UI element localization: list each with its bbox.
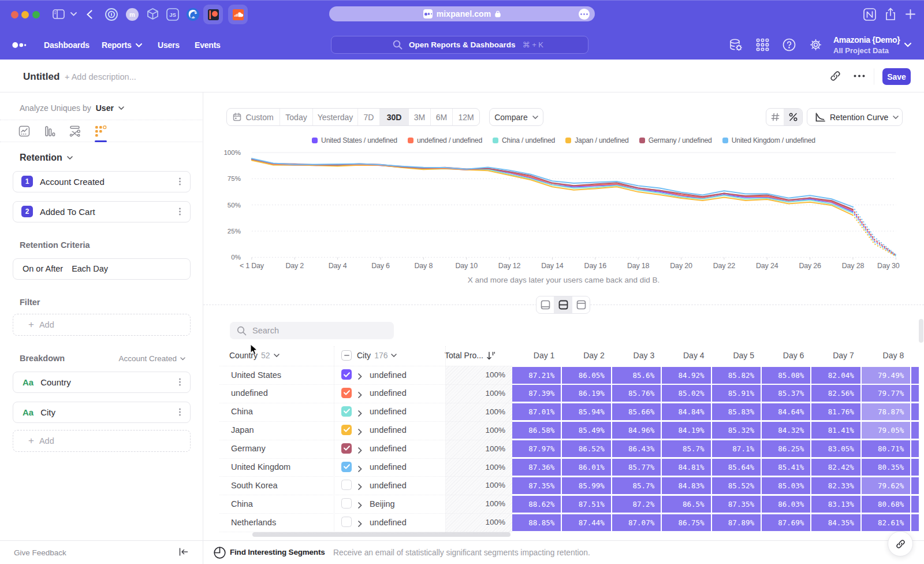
retention-cell[interactable]: 85.41% [762, 459, 810, 476]
day-column-header[interactable]: Day 6 [762, 345, 804, 366]
window-zoom-button[interactable] [32, 11, 40, 18]
data-management-icon[interactable] [729, 38, 743, 52]
retention-cell[interactable]: 87.1% [712, 440, 761, 457]
retention-cell[interactable]: 86.5% [662, 496, 710, 513]
soundcloud-extension-icon[interactable] [228, 5, 248, 24]
expand-row-icon[interactable] [358, 427, 364, 433]
retention-cell[interactable]: 84.83% [662, 477, 710, 494]
date-range-yesterday[interactable]: Yesterday [313, 109, 358, 125]
report-description-placeholder[interactable]: + Add description... [65, 72, 136, 81]
apps-grid-icon[interactable] [756, 38, 770, 52]
retention-cell[interactable]: 79.49% [862, 367, 910, 384]
tab-retention[interactable] [95, 125, 106, 137]
give-feedback-link[interactable]: Give Feedback [14, 548, 66, 557]
retention-cell[interactable]: 87.35% [512, 477, 561, 494]
series-line[interactable] [252, 159, 853, 212]
filter-add-button[interactable]: + Add [13, 314, 191, 336]
retention-cell[interactable]: 82.33% [811, 477, 860, 494]
retention-cell[interactable]: 87.39% [512, 385, 561, 402]
account-switcher[interactable]: Amazonia {Demo} All Project Data [833, 35, 900, 55]
retention-cell[interactable]: 87.51% [562, 496, 610, 513]
retention-criteria-card[interactable]: On or After Each Day [13, 258, 191, 280]
expand-row-icon[interactable] [358, 372, 364, 377]
more-options-icon[interactable] [854, 75, 865, 77]
chevron-down-icon[interactable] [70, 12, 77, 16]
row-visibility-checkbox[interactable] [341, 406, 352, 417]
retention-cell[interactable]: 87.44% [562, 514, 610, 531]
retention-section-title[interactable]: Retention [20, 153, 73, 163]
retention-cell[interactable]: 85.99% [562, 477, 610, 494]
view-split[interactable] [554, 296, 572, 313]
retention-cell[interactable]: 85.49% [562, 422, 610, 439]
row-visibility-checkbox[interactable] [341, 443, 352, 454]
retention-cell[interactable]: 83.05% [811, 440, 860, 457]
nav-dashboards[interactable]: Dashboards [44, 40, 90, 50]
retention-cell[interactable]: 85.7% [662, 440, 710, 457]
row-visibility-checkbox[interactable] [341, 517, 352, 527]
retention-cell[interactable]: 83.13% [811, 496, 860, 513]
date-range-7d[interactable]: 7D [358, 109, 380, 125]
retention-cell[interactable]: 79.77% [862, 385, 910, 402]
retention-cell[interactable]: 81.41% [811, 422, 860, 439]
day-column-header[interactable]: Day 7 [811, 345, 854, 366]
day-column-header[interactable]: Day 1 [512, 345, 554, 366]
kebab-menu-icon[interactable] [179, 407, 181, 417]
retention-cell[interactable]: 87.35% [712, 496, 761, 513]
row-visibility-checkbox[interactable] [341, 369, 352, 380]
expand-row-icon[interactable] [358, 500, 364, 506]
retention-cell[interactable]: 85.37% [762, 385, 810, 402]
retention-cell[interactable]: 85.08% [762, 367, 810, 384]
compare-button[interactable]: Compare [489, 108, 543, 126]
retention-cell[interactable]: 85.02% [662, 385, 710, 402]
retention-cell[interactable]: 82.42% [811, 459, 860, 476]
day-column-header[interactable]: Day 4 [662, 345, 704, 366]
series-line-projected[interactable] [853, 213, 896, 256]
retention-cell[interactable]: 84.19% [662, 422, 710, 439]
sidebar-toggle-icon[interactable] [53, 9, 65, 19]
breakdown-add-button[interactable]: + Add [13, 430, 191, 452]
retention-cell[interactable]: 84.96% [612, 422, 661, 439]
tab-funnels[interactable] [44, 125, 55, 137]
series-line-projected[interactable] [853, 210, 896, 255]
horizontal-scrollbar[interactable] [252, 532, 511, 537]
retention-cell[interactable]: 84.32% [762, 422, 810, 439]
retention-cell[interactable]: 87.89% [712, 514, 761, 531]
retention-cell[interactable]: 84.35% [811, 514, 860, 531]
retention-cell[interactable]: 86.58% [512, 422, 561, 439]
mixpanel-logo[interactable] [12, 41, 29, 49]
day-column-header[interactable]: Day 8 [862, 345, 904, 366]
report-title[interactable]: Untitled [23, 71, 59, 83]
save-button[interactable]: Save [882, 68, 911, 85]
absolute-numbers-toggle[interactable] [766, 109, 784, 125]
percent-toggle[interactable] [784, 109, 802, 125]
date-range-custom[interactable]: Custom [227, 109, 280, 125]
retention-cell[interactable]: 82.04% [811, 367, 860, 384]
expand-row-icon[interactable] [358, 390, 364, 396]
find-segments-label[interactable]: Find Interesting Segments [230, 548, 325, 556]
patreon-extension-icon[interactable] [203, 5, 223, 24]
kebab-menu-icon[interactable] [179, 377, 181, 387]
retention-cell[interactable]: 87.2% [612, 496, 661, 513]
retention-cell[interactable]: 78.87% [862, 403, 910, 420]
date-range-3m[interactable]: 3M [409, 109, 431, 125]
retention-cell[interactable]: 86.52% [562, 440, 610, 457]
box-extension-icon[interactable] [146, 8, 159, 21]
tab-flows[interactable] [69, 125, 81, 137]
retention-cell[interactable]: 87.36% [512, 459, 561, 476]
column-header-total[interactable]: Total Pro... [404, 345, 495, 366]
step-card-account-created[interactable]: 1 Account Created [13, 171, 191, 192]
retention-cell[interactable]: 85.32% [712, 422, 761, 439]
retention-cell[interactable]: 80.35% [862, 459, 910, 476]
series-line-projected[interactable] [853, 207, 896, 255]
kebab-menu-icon[interactable] [179, 177, 181, 187]
retention-cell[interactable]: 85.7% [612, 477, 661, 494]
retention-cell[interactable]: 88.62% [512, 496, 561, 513]
series-line-projected[interactable] [853, 212, 896, 255]
view-chart-only[interactable] [536, 296, 554, 313]
criteria-each-day[interactable]: Each Day [72, 264, 108, 273]
retention-cell[interactable]: 86.25% [762, 440, 810, 457]
retention-cell[interactable]: 85.82% [712, 367, 761, 384]
column-header-city[interactable]: City176 [341, 345, 397, 366]
row-visibility-checkbox[interactable] [341, 388, 352, 398]
step-card-added-to-cart[interactable]: 2 Added To Cart [13, 201, 191, 222]
